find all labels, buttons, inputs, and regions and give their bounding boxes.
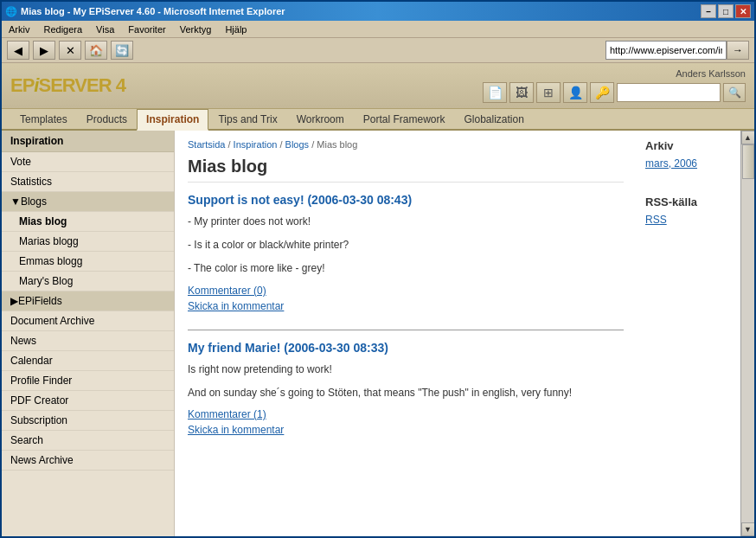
refresh-button[interactable]: 🔄	[111, 41, 133, 60]
menu-bar: Arkiv Redigera Visa Favoriter Verktyg Hj…	[2, 21, 754, 38]
blog-post-1: Support is not easy! (2006-03-30 08:43) …	[188, 193, 624, 312]
sidebar-item-news[interactable]: News	[2, 331, 174, 351]
sidebar-item-search[interactable]: Search	[2, 431, 174, 451]
breadcrumb-blogs[interactable]: Blogs	[285, 139, 310, 150]
tab-workroom[interactable]: Workroom	[287, 109, 354, 129]
breadcrumb: Startsida / Inspiration / Blogs / Mias b…	[188, 139, 624, 150]
epi-header: EPiSERVER 4 Anders Karlsson 📄 🖼 ⊞ 👤 🔑 🔍	[2, 63, 754, 109]
breadcrumb-current: Mias blog	[317, 139, 357, 150]
sidebar-item-miasblog[interactable]: Mias blog	[2, 212, 174, 232]
scroll-down-arrow[interactable]: ▼	[741, 522, 755, 536]
epi-image-btn[interactable]: 🖼	[509, 82, 534, 103]
rss-link[interactable]: RSS	[645, 214, 732, 226]
home-button[interactable]: 🏠	[85, 41, 107, 60]
post-2-title[interactable]: My friend Marie! (2006-03-30 08:33)	[188, 341, 624, 355]
maximize-button[interactable]: □	[718, 4, 734, 18]
epi-search-input[interactable]	[617, 83, 721, 102]
go-button[interactable]: →	[727, 41, 749, 60]
user-name: Anders Karlsson	[676, 68, 746, 79]
title-bar: 🌐 Mias blog - My EPiServer 4.60 - Micros…	[2, 2, 754, 21]
address-bar-container: →	[605, 41, 749, 60]
title-bar-text: 🌐 Mias blog - My EPiServer 4.60 - Micros…	[5, 6, 285, 17]
tab-inspiration[interactable]: Inspiration	[137, 109, 208, 131]
epi-user-btn[interactable]: 👤	[563, 82, 587, 103]
post-2-line-2: And on sunday she´s going to Stöten, tha…	[188, 385, 624, 401]
archive-link-mars[interactable]: mars, 2006	[645, 157, 732, 170]
epi-key-btn[interactable]: 🔑	[590, 82, 614, 103]
epi-header-right: Anders Karlsson 📄 🖼 ⊞ 👤 🔑 🔍	[483, 68, 746, 103]
post-1-title[interactable]: Support is not easy! (2006-03-30 08:43)	[188, 193, 624, 207]
sidebar-item-pdf-creator[interactable]: PDF Creator	[2, 391, 174, 411]
menu-hjalp[interactable]: Hjälp	[221, 24, 250, 35]
menu-visa[interactable]: Visa	[93, 24, 118, 35]
sidebar-group-blogs[interactable]: ▼Blogs	[2, 192, 174, 212]
tab-templates[interactable]: Templates	[10, 109, 77, 129]
post-divider-1	[188, 330, 624, 330]
sidebar-item-subscription[interactable]: Subscription	[2, 411, 174, 431]
post-2-submit-link[interactable]: Skicka in kommentar	[188, 424, 624, 436]
post-2-comments-link[interactable]: Kommentarer (1)	[188, 408, 624, 420]
sidebar-item-marysblog[interactable]: Mary's Blog	[2, 272, 174, 291]
post-1-line-1: - My printer does not work!	[188, 214, 624, 230]
page-title: Mias blog	[188, 157, 624, 183]
sidebar-item-document-archive[interactable]: Document Archive	[2, 311, 174, 331]
blog-post-2: My friend Marie! (2006-03-30 08:33) Is r…	[188, 341, 624, 436]
browser-window: 🌐 Mias blog - My EPiServer 4.60 - Micros…	[0, 0, 756, 538]
epi-toolbar: 📄 🖼 ⊞ 👤 🔑 🔍	[483, 82, 746, 103]
post-1-submit-link[interactable]: Skicka in kommentar	[188, 300, 624, 312]
post-1-line-3: - The color is more like - grey!	[188, 260, 624, 277]
rss-title: RSS-källa	[645, 195, 732, 208]
tab-globalization[interactable]: Globalization	[454, 109, 533, 129]
window-controls: – □ ✕	[701, 4, 751, 18]
breadcrumb-startsida[interactable]: Startsida	[188, 139, 225, 150]
post-1-comments-link[interactable]: Kommentarer (0)	[188, 285, 624, 297]
sidebar-item-mariasblogg[interactable]: Marias blogg	[2, 232, 174, 252]
sidebar-section-title: Inspiration	[2, 131, 174, 152]
close-button[interactable]: ✕	[735, 4, 751, 18]
sidebar-item-news-archive[interactable]: News Archive	[2, 451, 174, 471]
scroll-thumb[interactable]	[742, 144, 754, 179]
nav-tabs: Templates Products Inspiration Tips and …	[2, 109, 754, 131]
vertical-scrollbar: ▲ ▼	[740, 131, 754, 536]
epi-grid-btn[interactable]: ⊞	[536, 82, 561, 103]
window-icon: 🌐	[5, 6, 17, 17]
breadcrumb-inspiration[interactable]: Inspiration	[234, 139, 278, 150]
menu-verktyg[interactable]: Verktyg	[176, 24, 215, 35]
sidebar-item-statistics[interactable]: Statistics	[2, 172, 174, 192]
main-content: Startsida / Inspiration / Blogs / Mias b…	[175, 131, 637, 536]
tab-tips[interactable]: Tips and Trix	[208, 109, 286, 129]
back-button[interactable]: ◀	[7, 41, 29, 60]
browser-toolbar: ◀ ▶ ✕ 🏠 🔄 →	[2, 38, 754, 63]
tab-products[interactable]: Products	[77, 109, 137, 129]
menu-arkiv[interactable]: Arkiv	[5, 24, 33, 35]
epi-page-btn[interactable]: 📄	[483, 82, 507, 103]
sidebar-item-profile-finder[interactable]: Profile Finder	[2, 371, 174, 391]
epi-logo: EPiSERVER 4	[10, 74, 125, 97]
scroll-up-arrow[interactable]: ▲	[741, 131, 755, 144]
post-2-line-1: Is right now pretending to work!	[188, 362, 624, 378]
sidebar-item-calendar[interactable]: Calendar	[2, 351, 174, 371]
scroll-track[interactable]	[741, 144, 754, 522]
menu-favoriter[interactable]: Favoriter	[125, 24, 169, 35]
stop-button[interactable]: ✕	[59, 41, 81, 60]
menu-redigera[interactable]: Redigera	[40, 24, 86, 35]
archive-title: Arkiv	[645, 139, 732, 152]
tab-portal[interactable]: Portal Framework	[354, 109, 455, 129]
minimize-button[interactable]: –	[701, 4, 716, 18]
sidebar-item-emmasblogg[interactable]: Emmas blogg	[2, 252, 174, 272]
sidebar: Inspiration Vote Statistics ▼Blogs Mias …	[2, 131, 175, 536]
epi-search-button[interactable]: 🔍	[723, 83, 746, 102]
right-sidebar: Arkiv mars, 2006 RSS-källa RSS	[637, 131, 740, 536]
address-bar[interactable]	[605, 41, 727, 60]
sidebar-group-epifields[interactable]: ▶EPiFields	[2, 291, 174, 311]
sidebar-item-vote[interactable]: Vote	[2, 152, 174, 172]
forward-button[interactable]: ▶	[33, 41, 55, 60]
post-1-line-2: - Is it a color or black/white printer?	[188, 237, 624, 253]
browser-content: EPiSERVER 4 Anders Karlsson 📄 🖼 ⊞ 👤 🔑 🔍 …	[2, 63, 754, 536]
